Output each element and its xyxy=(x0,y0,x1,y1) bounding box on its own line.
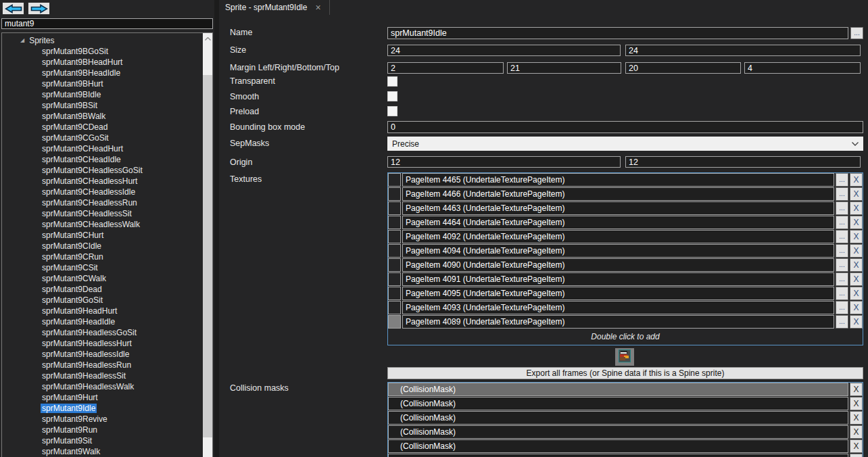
tree-item[interactable]: sprMutant9Run xyxy=(2,425,203,435)
texture-item-value[interactable]: PageItem 4089 (UndertaleTexturePageItem) xyxy=(402,315,834,329)
texture-browse-button[interactable]: ... xyxy=(836,244,848,258)
tree-item[interactable]: sprMutant9HeadlessIdle xyxy=(2,349,203,360)
tree-scrollbar[interactable] xyxy=(203,33,212,457)
transparent-checkbox[interactable] xyxy=(387,76,397,87)
texture-browse-button[interactable]: ... xyxy=(836,287,848,300)
texture-item-value[interactable]: PageItem 4464 (UndertaleTexturePageItem) xyxy=(402,216,834,229)
tree-item[interactable]: sprMutant9HeadlessHurt xyxy=(2,338,203,349)
texture-browse-button[interactable]: ... xyxy=(836,301,848,314)
texture-item-value[interactable]: PageItem 4463 (UndertaleTexturePageItem) xyxy=(402,201,834,215)
texture-row-handle[interactable] xyxy=(388,230,401,243)
origin-y-input[interactable] xyxy=(625,156,861,168)
smooth-checkbox[interactable] xyxy=(387,91,397,101)
tree-item[interactable]: sprMutant9HeadlessSit xyxy=(2,370,203,381)
texture-item-value[interactable]: PageItem 4091 (UndertaleTexturePageItem) xyxy=(402,272,834,286)
texture-remove-button[interactable]: X xyxy=(850,258,863,272)
tree-item[interactable]: sprMutant9CHeadlessRun xyxy=(2,197,203,208)
tree-item[interactable]: sprMutant9Hurt xyxy=(2,392,203,403)
scrollbar-thumb[interactable] xyxy=(203,75,212,437)
texture-browse-button[interactable]: ... xyxy=(836,315,848,329)
tree-item[interactable]: sprMutant9BHeadHurt xyxy=(2,57,203,68)
collision-mask-remove-button[interactable]: X xyxy=(850,383,863,396)
tree-item[interactable]: sprMutant9Idle xyxy=(2,403,203,414)
tab-close-icon[interactable]: × xyxy=(315,3,320,12)
texture-browse-button[interactable]: ... xyxy=(836,272,848,286)
tree-item[interactable]: sprMutant9CHeadlessIdle xyxy=(2,187,203,197)
tree-item[interactable]: sprMutant9CGoSit xyxy=(2,133,203,143)
collision-mask-value[interactable]: (CollisionMask) xyxy=(388,411,848,425)
texture-item-value[interactable]: PageItem 4093 (UndertaleTexturePageItem) xyxy=(402,301,834,314)
texture-browse-button[interactable]: ... xyxy=(836,258,848,272)
collision-mask-value[interactable]: (CollisionMask) xyxy=(388,425,848,439)
tree-item[interactable]: sprMutant9CHeadIdle xyxy=(2,154,203,165)
texture-remove-button[interactable]: X xyxy=(850,272,863,286)
texture-browse-button[interactable]: ... xyxy=(836,216,848,229)
tree-item[interactable]: sprMutant9BSit xyxy=(2,100,203,111)
margin-top-input[interactable] xyxy=(744,62,861,74)
tree-item[interactable]: sprMutant9CWalk xyxy=(2,273,203,284)
collision-mask-value[interactable]: (CollisionMask) xyxy=(388,397,848,410)
preload-checkbox[interactable] xyxy=(387,106,397,116)
sepmasks-dropdown[interactable]: Precise xyxy=(387,137,863,151)
texture-remove-button[interactable]: X xyxy=(850,187,863,201)
texture-row-handle[interactable] xyxy=(388,173,401,187)
tree-item[interactable]: sprMutant9BIdle xyxy=(2,89,203,100)
tree-item[interactable]: sprMutant9HeadlessWalk xyxy=(2,381,203,392)
scroll-up-button[interactable] xyxy=(203,33,212,44)
texture-item-value[interactable]: PageItem 4090 (UndertaleTexturePageItem) xyxy=(402,258,834,272)
tree-item[interactable]: sprMutant9CHeadlessHurt xyxy=(2,176,203,187)
bbox-mode-input[interactable] xyxy=(387,121,863,133)
collision-mask-remove-button[interactable]: X xyxy=(850,454,863,457)
texture-browse-button[interactable]: ... xyxy=(836,201,848,215)
tree-item[interactable]: sprMutant9HeadHurt xyxy=(2,306,203,316)
tree-item[interactable]: sprMutant9CIdle xyxy=(2,241,203,251)
panel-splitter[interactable] xyxy=(214,0,219,457)
texture-row-handle[interactable] xyxy=(388,272,401,286)
name-input[interactable] xyxy=(387,27,848,39)
texture-item-value[interactable]: PageItem 4465 (UndertaleTexturePageItem) xyxy=(402,173,834,187)
collision-mask-remove-button[interactable]: X xyxy=(850,439,863,453)
margin-right-input[interactable] xyxy=(507,62,621,74)
collision-mask-remove-button[interactable]: X xyxy=(850,397,863,410)
back-button[interactable] xyxy=(2,2,24,15)
texture-browse-button[interactable]: ... xyxy=(836,230,848,243)
tree-item[interactable]: sprMutant9BHurt xyxy=(2,78,203,89)
size-width-input[interactable] xyxy=(387,45,621,56)
texture-remove-button[interactable]: X xyxy=(850,315,863,329)
texture-row-handle[interactable] xyxy=(388,287,401,300)
tree-item[interactable]: sprMutant9HeadlessGoSit xyxy=(2,327,203,338)
texture-row-handle[interactable] xyxy=(388,201,401,215)
texture-row-handle[interactable] xyxy=(388,244,401,258)
tree-item[interactable]: sprMutant9CDead xyxy=(2,122,203,133)
add-texture-row[interactable]: Double click to add xyxy=(388,329,863,344)
collision-mask-remove-button[interactable]: X xyxy=(850,425,863,439)
tree-item[interactable]: sprMutant9CHeadlessWalk xyxy=(2,219,203,230)
forward-button[interactable] xyxy=(28,2,50,15)
tree-root-sprites[interactable]: ◢ Sprites xyxy=(2,35,203,46)
texture-row-handle[interactable] xyxy=(388,301,401,314)
texture-row-handle[interactable] xyxy=(388,187,401,201)
texture-item-value[interactable]: PageItem 4095 (UndertaleTexturePageItem) xyxy=(402,287,834,300)
collision-mask-remove-button[interactable]: X xyxy=(850,411,863,425)
tree-item[interactable]: sprMutant9Revive xyxy=(2,414,203,425)
tree-item[interactable]: sprMutant9Sit xyxy=(2,435,203,446)
texture-remove-button[interactable]: X xyxy=(850,230,863,243)
texture-remove-button[interactable]: X xyxy=(850,173,863,187)
texture-item-value[interactable]: PageItem 4094 (UndertaleTexturePageItem) xyxy=(402,244,834,258)
texture-remove-button[interactable]: X xyxy=(850,244,863,258)
search-input[interactable] xyxy=(1,18,213,29)
texture-remove-button[interactable]: X xyxy=(850,201,863,215)
tree-item[interactable]: sprMutant9HeadIdle xyxy=(2,316,203,327)
margin-bottom-input[interactable] xyxy=(625,62,741,74)
texture-browse-button[interactable]: ... xyxy=(836,187,848,201)
tree-item[interactable]: sprMutant9Dead xyxy=(2,284,203,295)
tree-item[interactable]: sprMutant9CHeadlessGoSit xyxy=(2,165,203,176)
name-browse-button[interactable]: ... xyxy=(850,27,863,39)
tree-item[interactable]: sprMutant9BWalk xyxy=(2,111,203,122)
export-frames-button[interactable]: Export all frames (or Spine data if this… xyxy=(387,367,863,379)
texture-remove-button[interactable]: X xyxy=(850,216,863,229)
size-height-input[interactable] xyxy=(625,45,861,56)
tree-item[interactable]: sprMutant9CHurt xyxy=(2,230,203,241)
tab-sprite[interactable]: Sprite - sprMutant9Idle × xyxy=(219,0,330,15)
texture-row-handle[interactable] xyxy=(388,315,401,329)
